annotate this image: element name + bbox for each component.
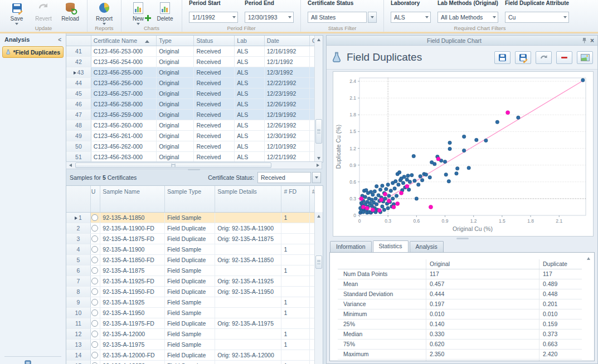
sidebar-partial-item[interactable] — [25, 360, 32, 364]
sample-row[interactable]: 692-135-A-11875Field Sample1 — [66, 265, 315, 276]
field-duplicate-attribute-combo[interactable]: Cu — [505, 12, 569, 23]
unknown-flag-cell[interactable] — [91, 329, 100, 339]
unknown-flag-cell[interactable] — [91, 318, 100, 328]
unknown-flag-cell[interactable] — [91, 276, 100, 286]
sample-row[interactable]: 992-135-A-11925Field Sample1 — [66, 297, 315, 308]
radio-icon[interactable] — [91, 278, 98, 284]
radio-icon[interactable] — [91, 320, 98, 327]
chart-export-image-button[interactable] — [577, 51, 593, 64]
unknown-flag-cell[interactable] — [91, 350, 100, 360]
revert-button[interactable]: Revert — [30, 0, 57, 22]
unknown-flag-cell[interactable] — [91, 213, 100, 223]
delete-chart-button[interactable]: Delete — [152, 0, 178, 22]
column-header[interactable]: Certificate Name — [91, 36, 157, 46]
statistics-collapse-button[interactable] — [585, 255, 592, 262]
certificate-status-combo[interactable]: All States — [308, 12, 367, 23]
reload-button[interactable]: Reload — [57, 0, 84, 22]
certificate-status-dropdown-button[interactable] — [368, 12, 377, 23]
unknown-flag-cell[interactable] — [91, 297, 100, 307]
column-header[interactable] — [66, 36, 91, 46]
scroll-up-button[interactable] — [315, 212, 323, 220]
scroll-down-button[interactable] — [315, 154, 323, 162]
radio-icon[interactable] — [91, 235, 98, 242]
sample-row[interactable]: 1592-136-A-12050Field Sample1 — [66, 361, 315, 364]
tab-analysis[interactable]: Analysis — [410, 241, 444, 252]
chart-save-as-button[interactable] — [515, 51, 531, 64]
certificate-row[interactable]: 48C123-456-260-000OriginalReceivedALS12/… — [66, 120, 315, 131]
sample-row[interactable]: 1492-135-A-12000-FDField DuplicateOrig: … — [66, 350, 315, 361]
tab-statistics[interactable]: Statistics — [373, 240, 409, 252]
new-chart-button[interactable]: New — [125, 0, 152, 25]
radio-icon[interactable] — [91, 257, 98, 263]
column-header[interactable]: Sample Details — [215, 186, 281, 212]
save-button[interactable]: Save — [3, 0, 30, 25]
scroll-left-button[interactable] — [66, 161, 74, 169]
radio-icon[interactable] — [91, 309, 98, 316]
radio-icon[interactable] — [91, 246, 98, 253]
chart-undo-button[interactable] — [536, 51, 552, 64]
laboratory-combo[interactable]: ALS — [391, 12, 431, 23]
radio-icon[interactable] — [91, 267, 98, 274]
sample-row[interactable]: 492-135-A-11900Field Sample1 — [66, 244, 315, 255]
radio-icon[interactable] — [91, 225, 98, 232]
certificate-row[interactable]: 50C123-456-262-000OriginalReceivedALS12/… — [66, 141, 315, 152]
chart-save-button[interactable] — [494, 51, 511, 64]
unknown-flag-cell[interactable] — [91, 244, 100, 254]
panel-title-bar[interactable]: Field Duplicate Chart × — [327, 36, 597, 46]
certificate-row[interactable]: 46C123-456-258-000OriginalReceivedALS12/… — [66, 99, 315, 110]
sample-row[interactable]: 192-135-A-11850Field Sample1 — [66, 213, 315, 223]
certificate-row[interactable]: 43C123-456-255-000OriginalReceivedALS12/… — [66, 67, 315, 78]
chart-remove-button[interactable] — [556, 51, 572, 64]
column-header[interactable] — [66, 186, 91, 212]
column-header[interactable]: Sample Type — [165, 186, 215, 212]
scrollbar-thumb[interactable] — [315, 119, 322, 144]
sidebar-item-field-duplicates[interactable]: *Field Duplicates — [2, 46, 64, 58]
sample-row[interactable]: 1392-135-A-11975Field Sample1 — [66, 340, 315, 350]
unknown-flag-cell[interactable] — [91, 265, 100, 276]
scroll-right-button[interactable] — [314, 161, 322, 169]
samples-status-combo[interactable]: Received — [257, 172, 311, 183]
radio-icon[interactable] — [91, 331, 98, 337]
unknown-flag-cell[interactable] — [91, 361, 100, 364]
certificate-row[interactable]: 44C123-456-256-000OriginalReceivedALS12/… — [66, 78, 315, 88]
column-header[interactable]: U — [91, 186, 100, 212]
pin-icon[interactable] — [582, 37, 587, 43]
unknown-flag-cell[interactable] — [91, 287, 100, 297]
lab-methods-combo[interactable]: All Lab Methods — [437, 12, 498, 23]
certificate-row[interactable]: 41C123-456-253-000OriginalReceivedALS12/… — [66, 46, 315, 57]
radio-icon[interactable] — [91, 299, 98, 306]
certificates-vertical-scrollbar[interactable] — [314, 36, 323, 162]
column-header[interactable]: Date — [265, 36, 310, 46]
scroll-up-button[interactable] — [315, 36, 323, 43]
period-start-combo[interactable]: 1/1/1992 — [189, 12, 238, 23]
scrollbar-thumb[interactable] — [315, 255, 322, 269]
column-header[interactable]: # — [310, 186, 315, 212]
close-icon[interactable]: × — [590, 38, 594, 43]
tab-information[interactable]: Information — [330, 241, 372, 252]
unknown-flag-cell[interactable] — [91, 223, 100, 233]
samples-status-dropdown-button[interactable] — [312, 172, 321, 183]
unknown-flag-cell[interactable] — [91, 255, 100, 265]
sample-row[interactable]: 392-135-A-11875-FDField DuplicateOrig: 9… — [66, 234, 315, 244]
certificates-horizontal-scrollbar[interactable] — [66, 161, 322, 169]
scrollbar-thumb[interactable] — [75, 163, 271, 168]
sample-row[interactable]: 792-135-A-11925-FDField DuplicateOrig: 9… — [66, 276, 315, 287]
unknown-flag-cell[interactable] — [91, 308, 100, 318]
radio-icon[interactable] — [91, 352, 98, 358]
column-header[interactable]: # FD — [281, 186, 310, 212]
radio-icon[interactable] — [91, 341, 98, 348]
sample-row[interactable]: 292-135-A-11900-FDField DuplicateOrig: 9… — [66, 223, 315, 234]
certificate-row[interactable]: 45C123-456-257-000OriginalReceivedALS12/… — [66, 88, 315, 99]
column-header[interactable]: Type — [157, 36, 194, 46]
report-button[interactable]: Report — [91, 0, 118, 25]
unknown-flag-cell[interactable] — [91, 340, 100, 350]
unknown-flag-cell[interactable] — [91, 234, 100, 244]
period-end-combo[interactable]: 12/30/1993 — [245, 12, 294, 23]
sample-row[interactable]: 1292-135-A-12000Field Sample1 — [66, 329, 315, 340]
panel-splitter-handle[interactable] — [456, 238, 469, 239]
sample-row[interactable]: 1192-135-A-11975-FDField DuplicateOrig: … — [66, 318, 315, 329]
samples-vertical-scrollbar[interactable] — [314, 212, 323, 364]
sample-row[interactable]: 592-135-A-11850-FDField DuplicateOrig: 9… — [66, 255, 315, 265]
radio-icon[interactable] — [91, 214, 98, 221]
certificate-row[interactable]: 49C123-456-261-000OriginalReceivedALS12/… — [66, 131, 315, 141]
